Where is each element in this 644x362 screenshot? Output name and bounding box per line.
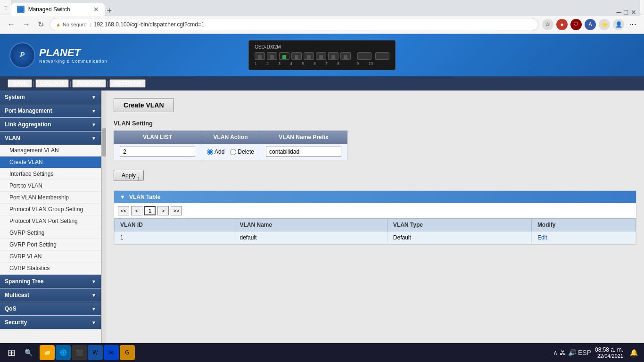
page-last-btn[interactable]: >>	[171, 206, 182, 215]
th-vlan-action: VLAN Action	[201, 131, 260, 144]
page-prev-btn[interactable]: <	[131, 206, 142, 215]
maximize-btn[interactable]: □	[624, 8, 628, 16]
device-box: GSD-1002M 1 2	[248, 40, 396, 70]
start-button[interactable]: ⊞	[4, 345, 19, 360]
browser-toolbar-icons: ☆ ● 🛡 A ⭐ 👤 ⋯	[542, 19, 638, 30]
taskbar-chevron-icon[interactable]: ∧	[553, 349, 558, 356]
taskbar-app-edge[interactable]: 🌐	[56, 345, 71, 360]
sidebar-item-gvrp-setting[interactable]: GVRP Setting	[0, 227, 101, 239]
sidebar-vlan-arrow: ▼	[91, 136, 96, 141]
sidebar-item-interface-settings[interactable]: Interface Settings	[0, 168, 101, 180]
sidebar-item-gvrp-port-setting[interactable]: GVRP Port Setting	[0, 239, 101, 251]
tab-favicon: 🔵	[17, 6, 25, 13]
address-input[interactable]: ▲ No seguro | 192.168.0.100/cgi-bin/disp…	[50, 18, 538, 31]
collapse-icon[interactable]: ▼	[120, 194, 125, 200]
sfp-ports	[357, 52, 389, 60]
extension-icon1[interactable]: ●	[556, 19, 568, 30]
col-vlan-name: VLAN Name	[234, 219, 387, 231]
title-bar: □ 🔵 Managed Switch ✕ + ─ □ ✕	[0, 0, 644, 15]
profile-icon[interactable]: 👤	[613, 19, 624, 30]
reload-btn[interactable]: ↻	[36, 18, 46, 31]
sidebar-item-protocol-vlan-port[interactable]: Protocol VLAN Port Setting	[0, 215, 101, 227]
page-next-btn[interactable]: >	[157, 206, 169, 215]
col-modify: Modify	[531, 219, 636, 231]
vlan-action-add-radio[interactable]	[207, 149, 213, 155]
device-panel: GSD-1002M 1 2	[248, 40, 396, 70]
taskbar-app-explorer[interactable]: 📁	[40, 345, 55, 360]
sidebar-item-gvrp-statistics[interactable]: GVRP Statistics	[0, 263, 101, 274]
vlan-data-table: VLAN ID VLAN Name VLAN Type Modify 1 def…	[114, 218, 636, 244]
taskbar-input-icon[interactable]: ESP	[578, 349, 591, 356]
forward-btn[interactable]: →	[21, 18, 32, 31]
taskbar-search[interactable]: 🔍	[19, 346, 38, 359]
new-tab-button[interactable]: +	[107, 6, 112, 16]
logout-button[interactable]: LOGOUT	[35, 79, 69, 88]
sidebar-link-aggregation-arrow: ▼	[91, 122, 96, 127]
tab-close-btn[interactable]: ✕	[93, 6, 99, 13]
page-first-btn[interactable]: <<	[118, 206, 129, 215]
url-text: 192.168.0.100/cgi-bin/dispatcher.cgi?cmd…	[94, 21, 205, 28]
sidebar-item-create-vlan[interactable]: Create VLAN	[0, 156, 101, 168]
extension-icon3[interactable]: A	[585, 19, 596, 30]
sidebar-security-arrow: ▼	[91, 320, 96, 325]
port-8	[340, 52, 351, 60]
tab-title: Managed Switch	[28, 6, 70, 13]
sidebar-scrollbar[interactable]	[101, 90, 106, 362]
refresh-button[interactable]: REFRESH	[109, 79, 146, 88]
close-btn[interactable]: ✕	[631, 8, 636, 16]
sidebar-qos-arrow: ▼	[91, 306, 96, 312]
page-current-btn[interactable]: 1	[144, 206, 156, 215]
vlan-name-prefix-input[interactable]	[266, 147, 341, 157]
back-btn[interactable]: ←	[6, 18, 17, 31]
minimize-btn[interactable]: ─	[617, 8, 621, 16]
sidebar-header-multicast[interactable]: Multicast ▼	[0, 288, 101, 302]
pagination: << < 1 > >>	[114, 203, 636, 218]
sidebar-header-spanning-tree[interactable]: Spanning Tree ▼	[0, 275, 101, 288]
taskbar-app-terminal[interactable]: ⬛	[72, 345, 87, 360]
taskbar-network-icon[interactable]: 🖧	[560, 349, 566, 356]
reboot-button[interactable]: REBOOT	[72, 79, 106, 88]
scrollbar-thumb[interactable]	[102, 128, 106, 156]
sidebar-port-management-label: Port Management	[5, 107, 52, 114]
create-vlan-button[interactable]: Create VLAN	[114, 98, 174, 112]
sidebar-section-link-aggregation: Link Aggregation ▼	[0, 118, 101, 132]
port-3	[279, 52, 289, 60]
sidebar-item-port-to-vlan[interactable]: Port to VLAN	[0, 180, 101, 192]
sidebar-header-system[interactable]: System ▼	[0, 90, 101, 104]
extension-icon4[interactable]: ⭐	[599, 19, 610, 30]
bookmark-icon[interactable]: ☆	[542, 19, 553, 30]
sidebar-port-management-arrow: ▼	[91, 108, 96, 114]
security-warning-text: No seguro	[63, 22, 87, 27]
taskbar-apps: 📁 🌐 ⬛ W ✉ G	[40, 345, 135, 360]
sidebar-item-management-vlan[interactable]: Management VLAN	[0, 145, 101, 156]
sidebar-link-aggregation-label: Link Aggregation	[5, 121, 51, 128]
taskbar-app-gold[interactable]: G	[120, 345, 135, 360]
vlan-action-delete-label[interactable]: Delete	[230, 148, 254, 155]
notification-button[interactable]: 🔔	[627, 346, 640, 359]
taskbar-sound-icon[interactable]: 🔊	[568, 349, 576, 356]
sidebar-header-qos[interactable]: QoS ▼	[0, 302, 101, 315]
security-warning-icon: ▲	[56, 22, 61, 27]
apply-button[interactable]: Apply	[114, 170, 144, 181]
extension-icon2[interactable]: 🛡	[570, 19, 582, 30]
save-button[interactable]: SAVE	[8, 79, 32, 88]
vlan-action-add-label[interactable]: Add	[207, 148, 224, 155]
vlan-action-delete-radio[interactable]	[230, 149, 236, 155]
sidebar-header-port-management[interactable]: Port Management ▼	[0, 104, 101, 117]
vlan-list-input[interactable]	[120, 147, 195, 157]
sidebar-item-protocol-vlan-group[interactable]: Protocol VLAN Group Setting	[0, 204, 101, 215]
taskbar-app-outlook[interactable]: ✉	[104, 345, 119, 360]
sidebar-section-qos: QoS ▼	[0, 302, 101, 316]
browser-tab[interactable]: 🔵 Managed Switch ✕	[11, 3, 105, 16]
taskbar: ⊞ 🔍 📁 🌐 ⬛ W ✉ G ∧ 🖧 🔊 ESP 08:58 a. m. 22…	[0, 343, 644, 362]
sidebar-header-security[interactable]: Security ▼	[0, 316, 101, 329]
sidebar-header-link-aggregation[interactable]: Link Aggregation ▼	[0, 118, 101, 131]
taskbar-app-word[interactable]: W	[88, 345, 103, 360]
sidebar-item-gvrp-vlan[interactable]: GVRP VLAN	[0, 251, 101, 263]
edit-link[interactable]: Edit	[537, 234, 547, 241]
sidebar-system-arrow: ▼	[91, 95, 96, 100]
sidebar-section-security: Security ▼	[0, 316, 101, 329]
sidebar-item-port-vlan-membership[interactable]: Port VLAN Membership	[0, 192, 101, 204]
menu-icon[interactable]: ⋯	[627, 19, 638, 30]
sidebar-header-vlan[interactable]: VLAN ▼	[0, 132, 101, 145]
